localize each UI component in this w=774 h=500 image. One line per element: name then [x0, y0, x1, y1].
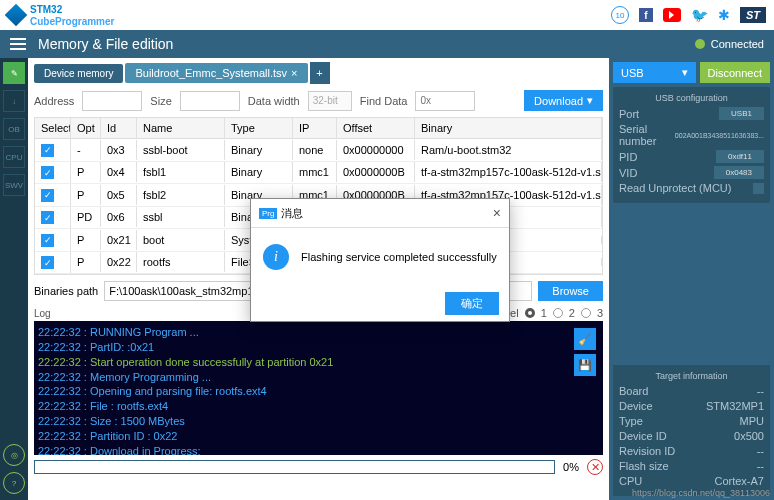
pid-value: 0xdf11 — [716, 150, 764, 163]
sidebar-target-icon[interactable]: ◎ — [3, 444, 25, 466]
row-checkbox[interactable]: ✓ — [41, 211, 54, 224]
row-checkbox[interactable]: ✓ — [41, 256, 54, 269]
sidebar-download[interactable]: ↓ — [3, 90, 25, 112]
top-bar: STM32CubeProgrammer 10 f 🐦 ✱ ST — [0, 0, 774, 30]
tab-file[interactable]: Buildroot_Emmc_Systemall.tsv× — [125, 63, 307, 83]
col-binary: Binary — [415, 118, 602, 138]
verbosity-1[interactable] — [525, 308, 535, 318]
width-label: Data width — [248, 95, 300, 107]
log-line: 22:22:32 : RUNNING Program ... — [38, 325, 599, 340]
readunp-checkbox[interactable] — [753, 183, 764, 194]
row-checkbox[interactable]: ✓ — [41, 234, 54, 247]
verbosity-2[interactable] — [553, 308, 563, 318]
serial-label: Serial number — [619, 123, 675, 147]
usb-selector[interactable]: USB▾ — [613, 62, 696, 83]
verbosity-3[interactable] — [581, 308, 591, 318]
hamburger-icon[interactable] — [10, 38, 26, 50]
cancel-icon[interactable]: ✕ — [587, 459, 603, 475]
right-panel: USB▾ Disconnect USB configuration PortUS… — [609, 58, 774, 500]
anniversary-icon: 10 — [611, 6, 629, 24]
log-line: 22:22:32 : PartID: :0x21 — [38, 340, 599, 355]
log-label: Log — [34, 308, 51, 319]
port-value[interactable]: USB1 — [719, 107, 764, 120]
tab-file-label: Buildroot_Emmc_Systemall.tsv — [135, 67, 287, 79]
col-select: Select — [35, 118, 71, 138]
port-label: Port — [619, 108, 639, 120]
st-logo: ST — [740, 7, 766, 23]
clear-log-icon[interactable]: 🧹 — [574, 328, 596, 350]
sidebar: ✎ ↓ OB CPU SWV ◎ ? — [0, 58, 28, 500]
sidebar-ob[interactable]: OB — [3, 118, 25, 140]
tab-device-memory[interactable]: Device memory — [34, 64, 123, 83]
share-icon[interactable]: ✱ — [718, 7, 730, 23]
dialog-titlebar: Prg消息 × — [251, 199, 509, 228]
log-line: 22:22:32 : Size : 1500 MBytes — [38, 414, 599, 429]
browse-button[interactable]: Browse — [538, 281, 603, 301]
disconnect-button[interactable]: Disconnect — [700, 62, 770, 83]
logo-stm: STM32 — [30, 4, 62, 15]
row-checkbox[interactable]: ✓ — [41, 166, 54, 179]
address-input[interactable] — [82, 91, 142, 111]
title-bar: Memory & File edition Connected — [0, 30, 774, 58]
log-line: 22:22:32 : Memory Programming ... — [38, 370, 599, 385]
close-icon[interactable]: × — [291, 67, 297, 79]
log-action-icons: 🧹 💾 — [574, 328, 596, 376]
tab-add-button[interactable]: + — [310, 62, 330, 84]
usb-config-section: USB configuration PortUSB1 Serial number… — [613, 87, 770, 203]
page-title: Memory & File edition — [38, 36, 173, 52]
row-checkbox[interactable]: ✓ — [41, 144, 54, 157]
size-label: Size — [150, 95, 171, 107]
progress-pct: 0% — [563, 461, 579, 473]
col-offset: Offset — [337, 118, 415, 138]
binpath-label: Binaries path — [34, 285, 98, 297]
sidebar-help-icon[interactable]: ? — [3, 472, 25, 494]
sidebar-swv[interactable]: SWV — [3, 174, 25, 196]
status-dot-icon — [695, 39, 705, 49]
pid-label: PID — [619, 151, 637, 163]
dialog-app-icon: Prg — [259, 208, 277, 219]
message-dialog: Prg消息 × i Flashing service completed suc… — [250, 198, 510, 322]
find-input[interactable] — [415, 91, 475, 111]
log-line: 22:22:32 : Partition ID : 0x22 — [38, 429, 599, 444]
cube-icon — [5, 4, 28, 27]
chevron-down-icon: ▾ — [682, 66, 688, 79]
usb-config-title: USB configuration — [619, 93, 764, 103]
log-console[interactable]: 22:22:32 : RUNNING Program ...22:22:32 :… — [34, 321, 603, 455]
target-info-section: Target information Board-- DeviceSTM32MP… — [613, 365, 770, 496]
row-checkbox[interactable]: ✓ — [41, 189, 54, 202]
readunp-label: Read Unprotect (MCU) — [619, 182, 731, 194]
sidebar-cpu[interactable]: CPU — [3, 146, 25, 168]
save-log-icon[interactable]: 💾 — [574, 354, 596, 376]
table-row[interactable]: ✓P0x4fsbl1Binarymmc10x0000000Btf-a-stm32… — [35, 162, 602, 185]
twitter-icon[interactable]: 🐦 — [691, 7, 708, 23]
download-button[interactable]: Download▾ — [524, 90, 603, 111]
table-header: Select Opt Id Name Type IP Offset Binary — [35, 118, 602, 139]
col-opt: Opt — [71, 118, 101, 138]
vid-value: 0x0483 — [714, 166, 764, 179]
size-input[interactable] — [180, 91, 240, 111]
width-input[interactable] — [308, 91, 352, 111]
dialog-ok-button[interactable]: 确定 — [445, 292, 499, 315]
log-line: 22:22:32 : Start operation done successf… — [38, 355, 599, 370]
log-line: 22:22:32 : Download in Progress: — [38, 444, 599, 455]
youtube-icon[interactable] — [663, 8, 681, 22]
info-icon: i — [263, 244, 289, 270]
facebook-icon[interactable]: f — [639, 8, 653, 22]
dialog-close-icon[interactable]: × — [493, 205, 501, 221]
chevron-down-icon: ▾ — [587, 94, 593, 107]
log-line: 22:22:32 : File : rootfs.ext4 — [38, 399, 599, 414]
table-row[interactable]: ✓-0x3ssbl-bootBinarynone0x00000000Ram/u-… — [35, 139, 602, 162]
logo: STM32CubeProgrammer — [8, 3, 114, 27]
connection-status: Connected — [695, 38, 764, 50]
col-ip: IP — [293, 118, 337, 138]
watermark: https://blog.csdn.net/qq_38113006 — [632, 488, 770, 498]
log-line: 22:22:32 : Opening and parsing file: roo… — [38, 384, 599, 399]
find-label: Find Data — [360, 95, 408, 107]
col-id: Id — [101, 118, 137, 138]
address-label: Address — [34, 95, 74, 107]
sidebar-edit[interactable]: ✎ — [3, 62, 25, 84]
progress-bar — [34, 460, 555, 474]
dialog-title: 消息 — [281, 206, 303, 221]
progress-row: 0% ✕ — [34, 459, 603, 475]
col-name: Name — [137, 118, 225, 138]
